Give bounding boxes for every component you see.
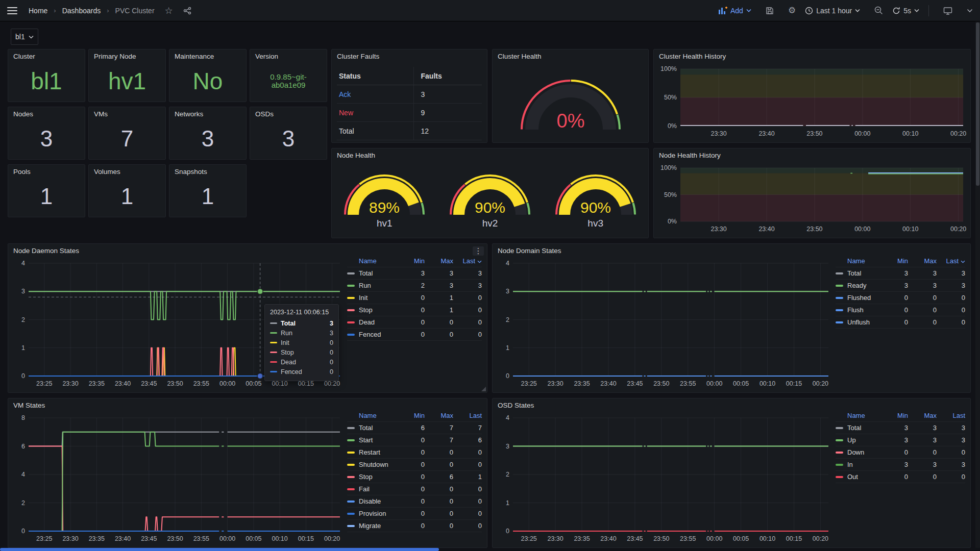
legend-col-max[interactable]: Max	[425, 412, 453, 419]
tv-mode-icon[interactable]	[943, 7, 952, 15]
series-name[interactable]: Init	[359, 294, 368, 302]
faults-col-faults[interactable]: Faults	[414, 72, 442, 80]
legend-row-down[interactable]: Down 0 0 0	[836, 446, 965, 459]
legend-row-stop[interactable]: Stop 0 1 0	[347, 304, 482, 316]
legend-col-min[interactable]: Min	[879, 257, 908, 265]
faults-col-status[interactable]: Status	[337, 67, 414, 85]
gear-icon[interactable]: ⚙	[788, 5, 796, 16]
series-name[interactable]: Start	[359, 436, 373, 444]
legend-row-flushed[interactable]: Flushed 0 0 0	[836, 292, 965, 304]
series-name[interactable]: Restart	[359, 448, 380, 456]
series-name[interactable]: In	[847, 461, 853, 468]
legend-col-name[interactable]: Name	[347, 412, 396, 419]
save-icon[interactable]	[766, 7, 774, 15]
cluster-health-history-chart[interactable]: 23:3023:4023:5000:0000:1000:200%50%100%	[657, 64, 966, 139]
series-name[interactable]: Unflush	[847, 318, 870, 326]
legend-col-min[interactable]: Min	[879, 412, 908, 419]
chevron-down-icon[interactable]	[967, 9, 973, 13]
vertical-scrollbar-thumb[interactable]	[976, 22, 979, 186]
variable-dropdown-cluster[interactable]: bl1	[11, 29, 38, 45]
series-name[interactable]: Run	[359, 282, 371, 289]
series-name[interactable]: Stop	[359, 473, 373, 481]
legend-row-flush[interactable]: Flush 0 0 0	[836, 304, 965, 316]
legend-row-fail[interactable]: Fail 0 0 0	[347, 483, 482, 495]
series-name[interactable]: Provision	[359, 510, 386, 517]
legend-row-migrate[interactable]: Migrate 0 0 0	[347, 520, 482, 532]
vertical-scrollbar[interactable]	[975, 21, 980, 551]
svg-text:00:10: 00:10	[902, 130, 918, 137]
legend-row-provision[interactable]: Provision 0 0 0	[347, 508, 482, 520]
zoom-out-icon[interactable]	[874, 6, 883, 15]
faults-row-total[interactable]: Total 12	[337, 122, 482, 140]
legend-row-total[interactable]: Total 3 3 3	[836, 267, 965, 280]
legend-row-dead[interactable]: Dead 0 0 0	[347, 316, 482, 329]
menu-icon[interactable]	[7, 7, 17, 14]
series-name[interactable]: Total	[359, 269, 373, 277]
legend-col-last[interactable]: Last	[453, 412, 482, 419]
legend-col-last[interactable]: Last	[937, 412, 965, 419]
legend-row-disable[interactable]: Disable 0 0 0	[347, 495, 482, 508]
faults-row-new[interactable]: New 9	[337, 104, 482, 122]
legend-row-out[interactable]: Out 0 0 0	[836, 471, 965, 483]
refresh-picker[interactable]: 5s	[892, 7, 919, 15]
legend-row-stop[interactable]: Stop 0 6 1	[347, 471, 482, 483]
legend-row-total[interactable]: Total 6 7 7	[347, 422, 482, 434]
series-name[interactable]: Stop	[359, 306, 373, 314]
legend-row-shutdown[interactable]: Shutdown 0 0 0	[347, 459, 482, 471]
panel-resize-handle[interactable]	[481, 387, 486, 391]
legend-col-max[interactable]: Max	[908, 257, 937, 265]
series-name[interactable]: Flush	[847, 306, 864, 314]
legend-row-restart[interactable]: Restart 0 0 0	[347, 446, 482, 459]
series-name[interactable]: Total	[847, 424, 861, 432]
legend-col-name[interactable]: Name	[836, 257, 879, 265]
legend-row-ready[interactable]: Ready 3 3 3	[836, 280, 965, 292]
legend-row-run[interactable]: Run 2 3 3	[347, 280, 482, 292]
legend-row-start[interactable]: Start 0 7 6	[347, 434, 482, 446]
faults-row-ack[interactable]: Ack 3	[337, 85, 482, 104]
legend-row-up[interactable]: Up 3 3 3	[836, 434, 965, 446]
legend-col-last[interactable]: Last	[937, 257, 965, 265]
series-name[interactable]: Dead	[359, 318, 375, 326]
horizontal-scrollbar-thumb[interactable]	[0, 548, 439, 551]
series-name[interactable]: Migrate	[359, 522, 381, 530]
horizontal-scrollbar[interactable]	[0, 548, 980, 551]
legend-row-unflush[interactable]: Unflush 0 0 0	[836, 316, 965, 329]
series-name[interactable]: Down	[847, 448, 864, 456]
node-domain-states-chart[interactable]: 23:2523:3023:3523:4023:4523:5023:5500:00…	[497, 258, 831, 389]
legend-row-fenced[interactable]: Fenced 0 0 0	[347, 329, 482, 341]
star-icon[interactable]: ☆	[165, 5, 173, 16]
series-name[interactable]: Up	[847, 436, 856, 444]
series-name[interactable]: Total	[847, 269, 861, 277]
legend-col-max[interactable]: Max	[908, 412, 937, 419]
breadcrumb-home[interactable]: Home	[29, 7, 47, 15]
panel-menu-icon[interactable]: ⋮	[473, 246, 484, 256]
add-button[interactable]: Add	[719, 7, 751, 15]
breadcrumb-dashboards[interactable]: Dashboards	[62, 7, 101, 15]
node-health-history-chart[interactable]: 23:3023:4023:5000:0000:1000:200%50%100%	[657, 163, 966, 235]
series-name[interactable]: Shutdown	[359, 461, 388, 468]
legend-row-in[interactable]: In 3 3 3	[836, 459, 965, 471]
legend-col-name[interactable]: Name	[347, 257, 396, 265]
legend-col-min[interactable]: Min	[396, 257, 425, 265]
faults-table-header[interactable]: Status Faults	[337, 67, 482, 85]
legend-col-max[interactable]: Max	[425, 257, 453, 265]
series-name[interactable]: Flushed	[847, 294, 871, 302]
series-name[interactable]: Total	[359, 424, 373, 432]
legend-col-name[interactable]: Name	[836, 412, 879, 419]
series-name[interactable]: Fail	[359, 485, 370, 493]
series-name[interactable]: Out	[847, 473, 858, 481]
series-name[interactable]: Fenced	[359, 331, 381, 338]
series-name[interactable]: Ready	[847, 282, 867, 289]
legend-row-total[interactable]: Total 3 3 3	[836, 422, 965, 434]
legend-row-total[interactable]: Total 3 3 3	[347, 267, 482, 280]
legend-row-init[interactable]: Init 0 1 0	[347, 292, 482, 304]
share-icon[interactable]	[183, 7, 191, 15]
vm-states-chart[interactable]: 23:2523:3023:3523:4023:4523:5023:5500:00…	[12, 413, 343, 544]
panel-node-health: Node Health 89%hv190%hv290%hv3	[331, 148, 649, 238]
osd-states-chart[interactable]: 23:2523:3023:3523:4023:4523:5023:5500:00…	[497, 413, 831, 544]
time-range-picker[interactable]: Last 1 hour	[805, 7, 860, 15]
legend-col-last[interactable]: Last	[453, 257, 482, 265]
svg-text:90%: 90%	[580, 199, 611, 216]
series-name[interactable]: Disable	[359, 497, 381, 505]
legend-col-min[interactable]: Min	[396, 412, 425, 419]
